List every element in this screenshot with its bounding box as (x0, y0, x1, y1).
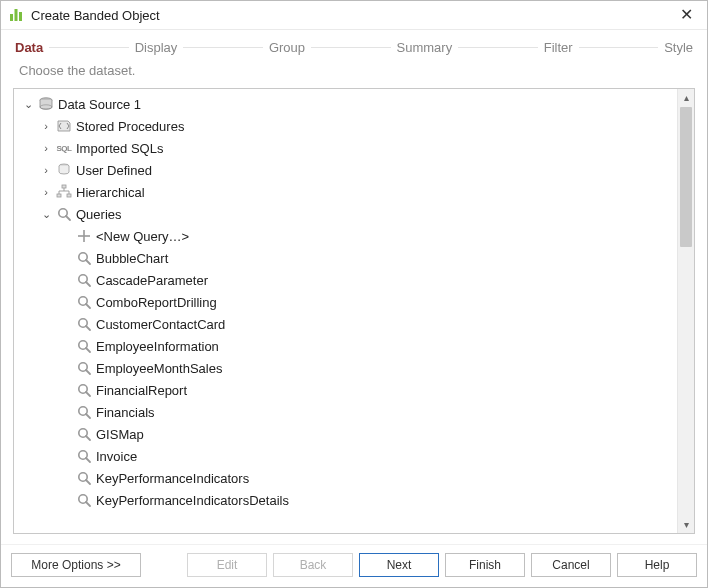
step-separator (183, 47, 263, 48)
step-filter[interactable]: Filter (544, 40, 573, 55)
tree-label: Stored Procedures (76, 119, 184, 134)
title-left: Create Banded Object (9, 7, 160, 23)
tree-label: GISMap (96, 427, 144, 442)
tree-label: Data Source 1 (58, 97, 141, 112)
tree-label: EmployeeMonthSales (96, 361, 222, 376)
tree-label: <New Query…> (96, 229, 189, 244)
hierarchical-icon (56, 184, 72, 200)
tree-label: Queries (76, 207, 122, 222)
query-icon (76, 448, 92, 464)
tree-node-imported-sqls[interactable]: › SQL Imported SQLs (18, 137, 677, 159)
query-icon (76, 404, 92, 420)
step-separator (49, 47, 129, 48)
tree-label: FinancialReport (96, 383, 187, 398)
tree-node-queries[interactable]: ⌄ Queries (18, 203, 677, 225)
expander-icon[interactable]: › (40, 120, 52, 132)
query-icon (76, 272, 92, 288)
tree-node-stored-procedures[interactable]: › Stored Procedures (18, 115, 677, 137)
stored-proc-icon (56, 118, 72, 134)
back-button: Back (273, 553, 353, 577)
query-icon (76, 492, 92, 508)
dataset-tree[interactable]: ⌄ Data Source 1 › Stored Procedures › SQ… (14, 89, 677, 533)
query-icon (76, 316, 92, 332)
step-subtitle: Choose the dataset. (1, 59, 707, 88)
step-summary[interactable]: Summary (397, 40, 453, 55)
tree-label: KeyPerformanceIndicators (96, 471, 249, 486)
query-icon (76, 360, 92, 376)
query-icon (76, 250, 92, 266)
tree-node-new-query[interactable]: · <New Query…> (18, 225, 677, 247)
tree-node-hierarchical[interactable]: › Hierarchical (18, 181, 677, 203)
tree-node-query-item[interactable]: ·BubbleChart (18, 247, 677, 269)
scroll-up-icon[interactable]: ▴ (678, 89, 694, 106)
tree-node-query-item[interactable]: ·Financials (18, 401, 677, 423)
dataset-tree-panel: ⌄ Data Source 1 › Stored Procedures › SQ… (13, 88, 695, 534)
query-icon (76, 294, 92, 310)
button-bar: More Options >> Edit Back Next Finish Ca… (1, 544, 707, 587)
dialog-window: Create Banded Object ✕ Data Display Grou… (0, 0, 708, 588)
tree-label: Imported SQLs (76, 141, 163, 156)
tree-label: User Defined (76, 163, 152, 178)
tree-label: CustomerContactCard (96, 317, 225, 332)
query-icon (76, 470, 92, 486)
expander-icon[interactable]: ⌄ (22, 98, 34, 111)
step-group[interactable]: Group (269, 40, 305, 55)
scroll-down-icon[interactable]: ▾ (678, 516, 694, 533)
expander-icon[interactable]: › (40, 142, 52, 154)
step-separator (458, 47, 538, 48)
query-icon (56, 206, 72, 222)
tree-label: ComboReportDrilling (96, 295, 217, 310)
step-separator (579, 47, 659, 48)
close-button[interactable]: ✕ (676, 7, 697, 23)
help-button[interactable]: Help (617, 553, 697, 577)
step-data[interactable]: Data (15, 40, 43, 55)
wizard-steps: Data Display Group Summary Filter Style (1, 30, 707, 59)
title-bar: Create Banded Object ✕ (1, 1, 707, 30)
tree-label: KeyPerformanceIndicatorsDetails (96, 493, 289, 508)
tree-node-query-item[interactable]: ·FinancialReport (18, 379, 677, 401)
tree-label: EmployeeInformation (96, 339, 219, 354)
tree-node-datasource[interactable]: ⌄ Data Source 1 (18, 93, 677, 115)
database-icon (38, 96, 54, 112)
cancel-button[interactable]: Cancel (531, 553, 611, 577)
expander-icon[interactable]: › (40, 186, 52, 198)
scroll-thumb[interactable] (680, 107, 692, 247)
tree-label: CascadeParameter (96, 273, 208, 288)
step-style[interactable]: Style (664, 40, 693, 55)
tree-label: Financials (96, 405, 155, 420)
tree-node-query-item[interactable]: ·Invoice (18, 445, 677, 467)
tree-node-query-item[interactable]: ·ComboReportDrilling (18, 291, 677, 313)
expander-icon[interactable]: › (40, 164, 52, 176)
query-icon (76, 382, 92, 398)
query-icon (76, 426, 92, 442)
tree-node-query-item[interactable]: ·CascadeParameter (18, 269, 677, 291)
app-logo-icon (9, 7, 25, 23)
step-display[interactable]: Display (135, 40, 178, 55)
more-options-button[interactable]: More Options >> (11, 553, 141, 577)
user-defined-icon (56, 162, 72, 178)
plus-icon (76, 228, 92, 244)
next-button[interactable]: Next (359, 553, 439, 577)
scrollbar[interactable]: ▴ ▾ (677, 89, 694, 533)
tree-label: Invoice (96, 449, 137, 464)
expander-icon[interactable]: ⌄ (40, 208, 52, 221)
edit-button: Edit (187, 553, 267, 577)
window-title: Create Banded Object (31, 8, 160, 23)
tree-node-user-defined[interactable]: › User Defined (18, 159, 677, 181)
finish-button[interactable]: Finish (445, 553, 525, 577)
tree-node-query-item[interactable]: ·EmployeeMonthSales (18, 357, 677, 379)
tree-label: Hierarchical (76, 185, 145, 200)
tree-node-query-item[interactable]: ·CustomerContactCard (18, 313, 677, 335)
tree-node-query-item[interactable]: ·KeyPerformanceIndicatorsDetails (18, 489, 677, 511)
tree-node-query-item[interactable]: ·KeyPerformanceIndicators (18, 467, 677, 489)
tree-node-query-item[interactable]: ·GISMap (18, 423, 677, 445)
sql-icon: SQL (56, 140, 72, 156)
query-icon (76, 338, 92, 354)
tree-node-query-item[interactable]: ·EmployeeInformation (18, 335, 677, 357)
tree-label: BubbleChart (96, 251, 168, 266)
step-separator (311, 47, 391, 48)
